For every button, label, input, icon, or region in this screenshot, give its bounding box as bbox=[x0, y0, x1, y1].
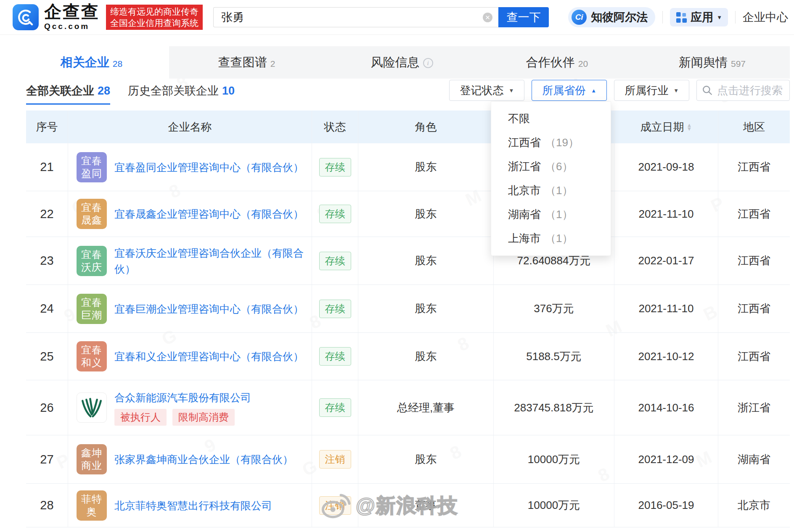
company-logo bbox=[77, 392, 107, 423]
top-header: 企查查 Qcc.com 缔造有远见的商业传奇 全国企业信用查询系统 ✕ 查一下 … bbox=[0, 0, 794, 35]
capital-cell: 283745.818万元 bbox=[494, 380, 614, 435]
logo-text-line: 鑫坤 bbox=[81, 447, 102, 459]
tab-5[interactable]: 新闻舆情597 bbox=[635, 46, 790, 79]
company-name-block: 合众新能源汽车股份有限公司被执行人限制高消费 bbox=[114, 390, 251, 426]
company-link[interactable]: 宜春和义企业管理咨询中心（有限合伙） bbox=[114, 350, 304, 362]
filter-button-1[interactable]: 登记状态▼ bbox=[449, 80, 524, 101]
company-link[interactable]: 宜春盈同企业管理咨询中心（有限合伙） bbox=[114, 161, 304, 173]
clear-search-icon[interactable]: ✕ bbox=[483, 13, 492, 22]
zhipi-alpha-button[interactable]: Ci 知彼阿尔法 bbox=[568, 7, 655, 27]
apps-menu-button[interactable]: 应用 ▼ bbox=[670, 8, 728, 26]
risk-tag[interactable]: 被执行人 bbox=[114, 409, 167, 426]
logo-text-line: 宜春 bbox=[81, 201, 102, 214]
row-number-cell: 28 bbox=[26, 484, 68, 527]
search-box: ✕ bbox=[213, 7, 498, 27]
company-link[interactable]: 合众新能源汽车股份有限公司 bbox=[114, 392, 251, 403]
logo-text-line: 沃庆 bbox=[81, 261, 102, 274]
province-option-3[interactable]: 浙江省（6） bbox=[491, 155, 611, 179]
row-number-cell: 21 bbox=[26, 143, 68, 191]
logo-text-line: 宜春 bbox=[81, 248, 102, 261]
status-cell: 存续 bbox=[312, 143, 358, 191]
tab-2[interactable]: 查查图谱2 bbox=[169, 46, 324, 79]
company-cell: 宜春巨潮宜春巨潮企业管理咨询中心（有限合伙） bbox=[68, 285, 312, 332]
capital-cell: 10000万元 bbox=[494, 435, 614, 483]
table-search-placeholder: 点击进行搜索 bbox=[717, 83, 783, 98]
filter-button-3[interactable]: 所属行业▼ bbox=[614, 80, 689, 101]
subtab-2[interactable]: 历史全部关联企业10 bbox=[128, 83, 235, 105]
logo-text-line: 宜春 bbox=[81, 296, 102, 309]
company-logo: 菲特奥 bbox=[77, 490, 107, 521]
header-label: 角色 bbox=[415, 120, 437, 134]
established-date-cell: 2014-10-16 bbox=[614, 380, 718, 435]
tab-4[interactable]: 合作伙伴20 bbox=[479, 46, 635, 79]
company-logo: 鑫坤商业 bbox=[77, 444, 107, 474]
status-cell: 存续 bbox=[312, 285, 358, 332]
risk-tag[interactable]: 限制高消费 bbox=[172, 409, 235, 426]
tab-label: 风险信息 bbox=[371, 54, 420, 71]
related-companies-table: 序号企业名称状态角色成立日期▲▼地区21宜春盈同宜春盈同企业管理咨询中心（有限合… bbox=[26, 111, 790, 527]
province-option-count: （19） bbox=[545, 135, 579, 150]
established-date-cell: 2021-10-12 bbox=[614, 333, 718, 380]
capital-cell: 376万元 bbox=[494, 285, 614, 332]
company-cell: 宜春晟鑫宜春晟鑫企业管理咨询中心（有限合伙） bbox=[68, 191, 312, 237]
role-cell: 股东 bbox=[358, 285, 494, 332]
province-option-4[interactable]: 北京市（1） bbox=[491, 179, 611, 203]
zhipi-alpha-label: 知彼阿尔法 bbox=[591, 10, 648, 25]
region-cell: 江西省 bbox=[718, 333, 790, 380]
company-name-block: 北京菲特奥智慧出行科技有限公司 bbox=[114, 498, 272, 514]
province-option-6[interactable]: 上海市（1） bbox=[491, 226, 611, 250]
table-header-角色: 角色 bbox=[358, 111, 494, 143]
company-logo: 宜春巨潮 bbox=[77, 294, 107, 324]
zhipi-alpha-icon: Ci bbox=[572, 10, 587, 25]
status-cell: 注销 bbox=[312, 484, 358, 527]
sort-icon[interactable]: ▲▼ bbox=[687, 123, 692, 131]
risk-tag-row: 被执行人限制高消费 bbox=[114, 409, 251, 426]
tab-3[interactable]: 风险信息i bbox=[324, 46, 479, 79]
tab-label: 合作伙伴 bbox=[526, 54, 575, 71]
tab-1[interactable]: 相关企业28 bbox=[14, 46, 169, 79]
brand-slogan: 缔造有远见的商业传奇 全国企业信用查询系统 bbox=[106, 5, 203, 30]
company-name-block: 宜春巨潮企业管理咨询中心（有限合伙） bbox=[114, 301, 304, 317]
role-cell: 股东 bbox=[358, 143, 494, 191]
qcc-page: 88MBP9G88MBP9G88MBP9G88M 企查查 Qcc.com 缔造有… bbox=[0, 0, 794, 532]
table-header-row: 序号企业名称状态角色成立日期▲▼地区 bbox=[26, 111, 790, 143]
row-number: 24 bbox=[40, 302, 53, 316]
company-cell: 合众新能源汽车股份有限公司被执行人限制高消费 bbox=[68, 380, 312, 435]
row-number-cell: 24 bbox=[26, 285, 68, 332]
info-icon: i bbox=[423, 58, 433, 68]
status-badge: 存续 bbox=[319, 398, 351, 417]
search-button[interactable]: 查一下 bbox=[498, 7, 549, 27]
province-option-count: （6） bbox=[545, 159, 573, 174]
province-option-1[interactable]: 不限 bbox=[491, 107, 611, 131]
table-row-24: 24宜春巨潮宜春巨潮企业管理咨询中心（有限合伙）存续股东376万元2021-11… bbox=[26, 285, 790, 333]
qcc-logo-icon[interactable] bbox=[13, 4, 39, 30]
status-badge: 存续 bbox=[319, 347, 351, 366]
subtabs: 全部关联企业28历史全部关联企业10 bbox=[26, 83, 235, 105]
province-option-count: （1） bbox=[545, 231, 573, 246]
region-cell: 浙江省 bbox=[718, 380, 790, 435]
province-option-5[interactable]: 湖南省（1） bbox=[491, 203, 611, 226]
caret-up-icon: ▲ bbox=[591, 87, 596, 94]
table-search-box[interactable]: 点击进行搜索 bbox=[696, 80, 790, 101]
filter-button-2[interactable]: 所属省份▲ bbox=[532, 80, 607, 101]
search-input[interactable] bbox=[213, 7, 498, 27]
company-link[interactable]: 宜春沃庆企业管理咨询合伙企业（有限合伙） bbox=[114, 247, 304, 275]
header-label: 地区 bbox=[743, 120, 765, 134]
caret-down-icon: ▼ bbox=[673, 87, 679, 94]
row-number-cell: 23 bbox=[26, 237, 68, 284]
region-cell: 江西省 bbox=[718, 285, 790, 332]
company-link[interactable]: 宜春晟鑫企业管理咨询中心（有限合伙） bbox=[114, 208, 304, 220]
subtab-1[interactable]: 全部关联企业28 bbox=[26, 83, 110, 105]
search-icon bbox=[702, 85, 713, 96]
province-option-label: 北京市 bbox=[508, 183, 541, 198]
role-cell: 股东 bbox=[358, 191, 494, 237]
table-header-成立日期: 成立日期▲▼ bbox=[614, 111, 718, 143]
table-row-25: 25宜春和义宜春和义企业管理咨询中心（有限合伙）存续股东5188.5万元2021… bbox=[26, 333, 790, 380]
company-link[interactable]: 张家界鑫坤商业合伙企业（有限合伙） bbox=[114, 453, 293, 465]
company-link[interactable]: 北京菲特奥智慧出行科技有限公司 bbox=[114, 500, 272, 511]
company-link[interactable]: 宜春巨潮企业管理咨询中心（有限合伙） bbox=[114, 303, 304, 315]
established-date-cell: 2021-09-18 bbox=[614, 143, 718, 191]
region-cell: 江西省 bbox=[718, 191, 790, 237]
province-option-2[interactable]: 江西省（19） bbox=[491, 131, 611, 155]
enterprise-center-link[interactable]: 企业中心 bbox=[743, 10, 788, 25]
